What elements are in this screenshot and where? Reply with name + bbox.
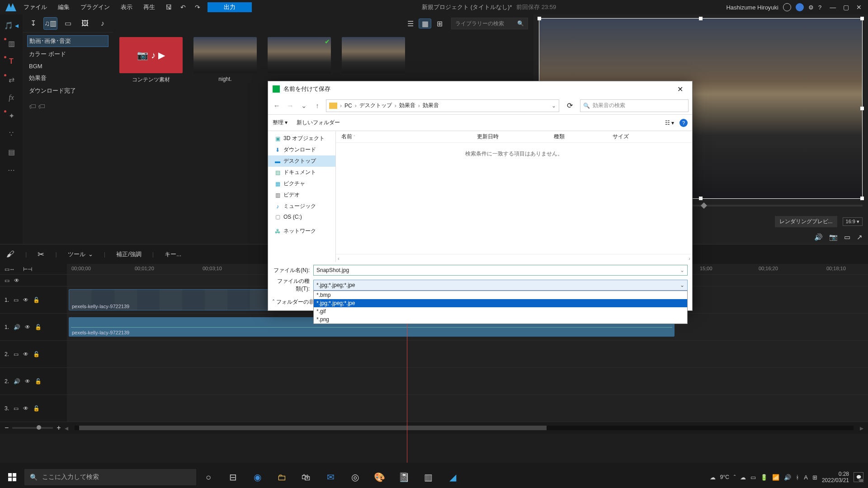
input-mode-icon[interactable]: ⊞ [812,474,817,481]
popout-icon[interactable]: ↗ [857,233,863,241]
adjust-button[interactable]: 補正/強調 [116,250,142,258]
paint-icon[interactable]: 🎨 [367,466,392,488]
ime-icon[interactable]: A [804,474,808,481]
tree-downloads[interactable]: ⬇ダウンロード [268,144,335,155]
redo-icon[interactable]: ↷ [193,3,202,12]
menu-plugin[interactable]: プラグイン [75,1,115,13]
title-room-icon[interactable]: T [3,54,19,69]
col-date[interactable]: 更新日時 [477,133,554,141]
store-icon[interactable]: 🛍 [294,466,318,488]
view-mode-icon[interactable]: ☷ ▾ [665,120,674,126]
col-type[interactable]: 種類 [554,133,613,141]
breadcrumb[interactable]: ›PC ›デスクトップ ›効果音 ›効果音 ⌄ [326,99,559,112]
menu-view[interactable]: 表示 [115,1,138,13]
close-icon[interactable]: ✕ [673,85,688,94]
explorer-icon[interactable]: 🗀 [269,466,294,488]
category-colorboard[interactable]: カラー ボード [23,48,113,61]
wifi-icon[interactable]: 📶 [772,474,779,481]
mail-icon[interactable]: ✉ [318,466,343,488]
details-view-icon[interactable]: ⊞ [433,19,446,28]
video-tab-icon[interactable]: ▭ [61,17,75,30]
range-icon[interactable]: ⊢⊣ [23,266,32,272]
filename-input[interactable]: SnapShot.jpg⌄ [313,265,688,276]
video-track-2[interactable] [67,341,868,367]
overlay-room-icon[interactable]: ✦ [3,108,19,123]
timeline-scrollbar[interactable] [75,426,854,430]
transition-room-icon[interactable]: ⇄ [3,72,19,87]
app-stack-icon[interactable]: ▥ [416,466,440,488]
help-icon[interactable]: ? [818,4,821,11]
keyframe-button[interactable]: キー... [165,250,181,258]
image-tab-icon[interactable]: 🖼 [78,17,92,30]
lock-icon[interactable]: 🔓 [35,324,42,330]
monitor-icon[interactable]: ▭ [5,277,9,284]
category-media[interactable]: 動画･画像･音楽 [27,35,108,47]
undo-icon[interactable]: ↶ [179,3,188,12]
category-bgm[interactable]: BGM [23,61,113,72]
scissors-icon[interactable]: ✂ [38,249,44,259]
media-room-icon[interactable]: 🎵 ◂ [3,18,19,33]
library-search-input[interactable]: ライブラリーの検索🔍 [451,18,528,29]
tree-videos[interactable]: ▥ビデオ [268,189,335,201]
category-downloads[interactable]: ダウンロード完了 [23,84,113,97]
media-tab-icon[interactable]: ♫▥ [43,17,57,30]
tool-dropdown[interactable]: ツール ⌄ [68,250,93,258]
tree-desktop[interactable]: ▬デスクトップ [268,155,335,167]
lock-icon[interactable]: 🔓 [33,297,40,303]
zoom-out-icon[interactable]: − [5,424,9,432]
taskbar-clock[interactable]: 0:28 2022/03/21 [822,471,849,484]
tree-music[interactable]: ♪ミュージック [268,201,335,212]
filetype-option-bmp[interactable]: *.bmp [314,291,687,299]
display-icon[interactable]: ▭ [844,233,850,241]
taskbar-search-input[interactable]: 🔍 ここに入力して検索 [24,469,196,485]
library-item[interactable]: night. [193,37,257,82]
refresh-icon[interactable]: ⟳ [563,101,576,110]
fx-room-icon[interactable]: fx [3,90,19,105]
folder-search-input[interactable]: 🔍 効果音の検索 [580,99,689,112]
col-size[interactable]: サイズ [613,133,653,141]
onedrive-icon[interactable]: ☁ [740,474,746,481]
tree-pictures[interactable]: ▦ピクチャ [268,178,335,189]
help-icon[interactable]: ? [679,119,688,127]
gear-icon[interactable]: ⚙ [808,4,814,11]
action-center-icon[interactable]: 💬10 [854,472,863,482]
eye-icon[interactable]: 👁 [14,277,19,284]
particle-room-icon[interactable]: ∵ [3,127,19,141]
zoom-in-icon[interactable]: + [57,424,61,432]
organize-dropdown[interactable]: 整理 ▾ [273,119,288,127]
menu-file[interactable]: ファイル [18,1,52,13]
audio-track-2[interactable] [67,368,868,394]
library-item[interactable] [342,37,405,73]
col-name[interactable]: 名前 ˆ [341,133,477,141]
notification-icon[interactable] [796,3,804,11]
grid-view-icon[interactable]: ▦ [419,19,431,28]
volume-icon[interactable]: 🔊 [784,474,791,481]
list-view-icon[interactable]: ☰ [404,19,417,28]
task-view-icon[interactable]: ⊟ [221,466,245,488]
cortana-icon[interactable]: ○ [196,466,221,488]
category-sfx[interactable]: 効果音 [23,72,113,84]
filetype-option-jpg[interactable]: *.jpg;*.jpeg;*.jpe [314,299,687,307]
window-controls[interactable]: — ▢ ✕ [830,4,864,11]
bluetooth-icon[interactable]: ᚼ [796,474,799,481]
forward-icon[interactable]: → [285,102,295,109]
filetype-option-png[interactable]: *.png [314,315,687,324]
notepad-icon[interactable]: 📓 [392,466,416,488]
tree-documents[interactable]: ▤ドキュメント [268,167,335,178]
tree-drive-c[interactable]: ▢OS (C:) [268,212,335,222]
menu-play[interactable]: 再生 [138,1,160,13]
meet-now-icon[interactable]: ▭ [750,474,756,481]
more-rooms-icon[interactable]: ⋯ [3,163,19,177]
filetype-combobox[interactable]: *.jpg;*.jpeg;*.jpe ⌄ *.bmp *.jpg;*.jpeg;… [313,280,688,291]
menu-edit[interactable]: 編集 [52,1,75,13]
tree-3d-objects[interactable]: ▣3D オブジェクト [268,133,335,144]
eye-icon[interactable]: 👁 [25,324,30,330]
tray-expand-icon[interactable]: ˆ [734,474,736,481]
start-button[interactable] [0,466,24,488]
user-avatar-icon[interactable] [783,3,791,11]
snapshot-icon[interactable]: 📷 [829,233,838,241]
fit-icon[interactable]: ▭↔ [5,266,15,272]
audio-tab-icon[interactable]: ♪ [96,17,109,30]
back-icon[interactable]: ← [272,102,282,109]
import-icon[interactable]: ↧ [26,17,40,30]
